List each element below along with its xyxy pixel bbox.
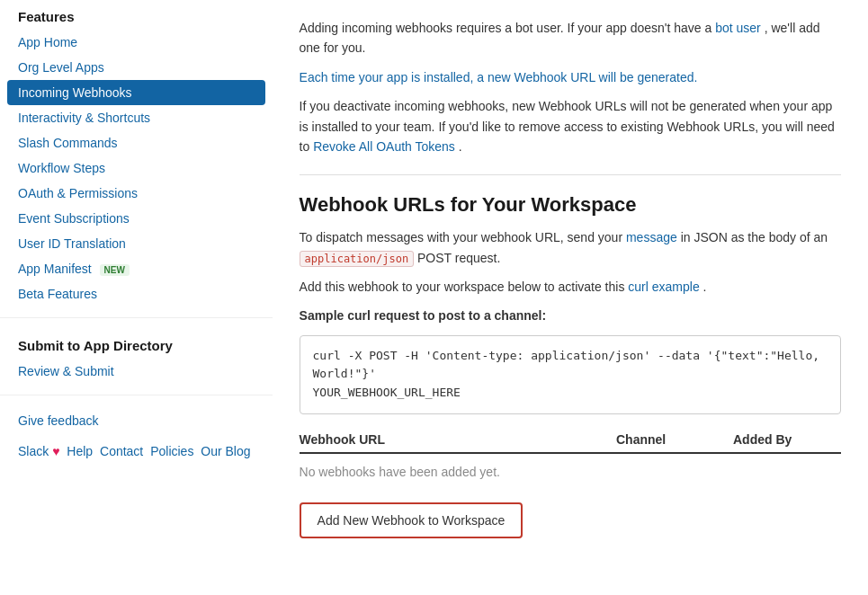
message-link[interactable]: message: [626, 230, 677, 244]
activate-text: Add this webhook to your workspace below…: [300, 277, 841, 297]
sidebar-item-interactivity[interactable]: Interactivity & Shortcuts: [0, 105, 273, 130]
col-url-header: Webhook URL: [300, 432, 616, 447]
sidebar-item-beta-features[interactable]: Beta Features: [0, 281, 273, 306]
sidebar-item-org-level-apps[interactable]: Org Level Apps: [0, 55, 273, 80]
intro-paragraph-1: Adding incoming webhooks requires a bot …: [300, 18, 841, 58]
content-type-code: application/json: [300, 251, 415, 267]
sidebar-item-workflow-steps[interactable]: Workflow Steps: [0, 155, 273, 181]
webhook-table-header: Webhook URL Channel Added By: [300, 432, 841, 454]
sidebar-item-app-home[interactable]: App Home: [0, 30, 273, 55]
submit-section-title: Submit to App Directory: [0, 329, 273, 359]
give-feedback-link[interactable]: Give feedback: [0, 406, 273, 435]
main-content: Adding incoming webhooks requires a bot …: [273, 0, 868, 595]
slack-link[interactable]: Slack ♥: [18, 444, 63, 458]
sidebar-item-slash-commands[interactable]: Slash Commands: [0, 130, 273, 155]
new-badge: NEW: [100, 264, 130, 276]
intro-paragraph-2: Each time your app is installed, a new W…: [300, 67, 841, 87]
dispatch-text: To dispatch messages with your webhook U…: [300, 227, 841, 268]
main-divider: [300, 174, 841, 175]
curl-code-block: curl -X POST -H 'Content-type: applicati…: [300, 335, 841, 414]
intro-paragraph-3: If you deactivate incoming webhooks, new…: [300, 96, 841, 156]
code-line-2: YOUR_WEBHOOK_URL_HERE: [313, 384, 828, 403]
sidebar-item-user-id[interactable]: User ID Translation: [0, 231, 273, 256]
sidebar-item-oauth[interactable]: OAuth & Permissions: [0, 181, 273, 206]
no-webhooks-message: No webhooks have been added yet.: [300, 454, 841, 490]
sidebar-item-app-manifest[interactable]: App Manifest NEW: [0, 256, 273, 281]
sidebar-item-event-subscriptions[interactable]: Event Subscriptions: [0, 206, 273, 231]
features-section-title: Features: [0, 0, 273, 30]
col-added-header: Added By: [733, 432, 841, 447]
sidebar-divider-2: [0, 395, 273, 395]
sample-label: Sample curl request to post to a channel…: [300, 308, 841, 323]
col-channel-header: Channel: [616, 432, 733, 447]
footer-links: Slack ♥ Help Contact Policies Our Blog: [0, 440, 273, 462]
heart-icon: ♥: [52, 444, 59, 458]
section-title: Webhook URLs for Your Workspace: [300, 193, 841, 217]
blog-link[interactable]: Our Blog: [201, 444, 250, 458]
bot-user-link[interactable]: bot user: [715, 21, 761, 35]
sidebar-item-incoming-webhooks[interactable]: Incoming Webhooks: [7, 80, 265, 105]
sidebar: Features App Home Org Level Apps Incomin…: [0, 0, 273, 595]
code-line-1: curl -X POST -H 'Content-type: applicati…: [313, 347, 828, 385]
add-webhook-button[interactable]: Add New Webhook to Workspace: [300, 502, 523, 538]
curl-example-link[interactable]: curl example: [628, 280, 699, 294]
contact-link[interactable]: Contact: [100, 444, 143, 458]
help-link[interactable]: Help: [67, 444, 93, 458]
sidebar-divider-1: [0, 317, 273, 318]
revoke-tokens-link[interactable]: Revoke All OAuth Tokens: [313, 139, 455, 154]
policies-link[interactable]: Policies: [150, 444, 193, 458]
sidebar-item-review-submit[interactable]: Review & Submit: [0, 359, 273, 384]
